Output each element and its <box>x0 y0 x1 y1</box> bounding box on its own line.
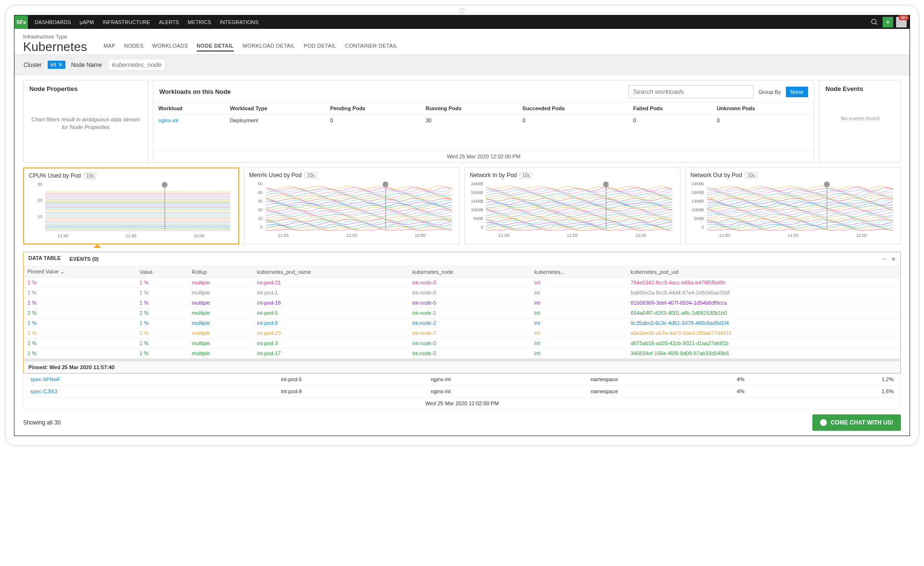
page-title: Kubernetes <box>23 39 87 54</box>
groupby-label: Group By <box>758 89 781 95</box>
workloads-search-input[interactable] <box>629 85 754 98</box>
svg-line-1 <box>875 23 877 25</box>
data-row[interactable]: 1 %1 %multipleint-pod-8int-node-2int9c35… <box>24 318 900 328</box>
dt-header-3[interactable]: kubernetes_pod_name <box>253 266 409 278</box>
tab-workload-detail[interactable]: WORKLOAD DETAIL <box>243 43 295 51</box>
nav-alerts[interactable]: ALERTS <box>159 19 179 25</box>
top-nav: DASHBOARDS µAPM INFRASTRUCTURE ALERTS ME… <box>35 19 258 25</box>
chart-title: CPU% Used by Pod <box>29 172 81 179</box>
col-type[interactable]: Workload Type <box>225 103 325 115</box>
page-subtitle: Infrastructure Type <box>23 34 901 39</box>
add-button[interactable]: + <box>883 17 893 27</box>
workloads-table: Workload Workload Type Pending Pods Runn… <box>154 102 814 126</box>
workloads-panel: Workloads on this Node Group By None Wor… <box>153 80 814 163</box>
col-pending[interactable]: Pending Pods <box>325 103 421 115</box>
node-properties-title: Node Properties <box>24 80 148 96</box>
device-camera <box>460 8 464 13</box>
notification-badge: 10+ <box>899 15 909 20</box>
workloads-timestamp: Wed 25 Mar 2020 12:02:00 PM <box>154 150 814 162</box>
node-events-empty: No events found <box>820 96 900 141</box>
spec-row[interactable]: spec-CJlX3int-pod-8nginx-intnamespace4%1… <box>24 386 901 398</box>
node-events-title: Node Events <box>820 80 900 96</box>
tab-pod-detail[interactable]: POD DETAIL <box>304 43 336 51</box>
cluster-chip-remove-icon[interactable]: ✕ <box>58 62 63 67</box>
workload-row[interactable]: nginx-int Deployment 0 30 0 0 0 <box>154 115 814 127</box>
data-section: DATA TABLE EVENTS (0) ··· ✕ Pinned Value… <box>23 252 901 373</box>
data-row[interactable]: 1 %1 %multipleint-pod-3int-node-0intd675… <box>24 338 900 348</box>
nav-metrics[interactable]: METRICS <box>188 19 211 25</box>
pinned-timestamp: Pinned: Wed 25 Mar 2020 11:57:40 <box>24 361 900 373</box>
data-row[interactable]: 1 %1 %multipleint-pod-23int-node-7inta6e… <box>24 328 900 338</box>
col-unknown[interactable]: Unknown Pods <box>712 103 814 115</box>
topbar: SFx DASHBOARDS µAPM INFRASTRUCTURE ALERT… <box>14 15 910 29</box>
chart-title: Network In by Pod <box>470 172 517 179</box>
data-row[interactable]: 1 %1 %multipleint-pod-17int-node-5int340… <box>24 348 900 359</box>
nav-infrastructure[interactable]: INFRASTRUCTURE <box>103 19 150 25</box>
more-icon[interactable]: ··· <box>882 256 886 262</box>
chart-title: Network Out by Pod <box>691 172 742 179</box>
node-events-panel: Node Events No events found <box>819 80 901 163</box>
cluster-chip[interactable]: int✕ <box>48 61 65 69</box>
tab-workloads[interactable]: WORKLOADS <box>152 43 188 51</box>
tab-node-detail[interactable]: NODE DETAIL <box>197 43 234 51</box>
data-row[interactable]: 1 %1 %multipleint-pod-18int-node-5int81b… <box>24 298 900 308</box>
dt-header-6[interactable]: kubernetes_pod_uid <box>627 266 900 278</box>
dt-header-5[interactable]: kubernetes... <box>530 266 627 278</box>
chat-bubble-icon <box>820 419 827 426</box>
chart-resolution-badge: 10s <box>305 172 317 179</box>
chart-resolution-badge: 10s <box>745 172 757 179</box>
svg-point-0 <box>872 19 876 24</box>
chart-3[interactable]: Network Out by Pod 10s24MiB19MiB14MiB10M… <box>685 167 901 244</box>
user-avatar[interactable]: 10+ <box>896 17 907 27</box>
bottom-timestamp: Wed 25 Mar 2020 12:02:00 PM <box>24 398 901 410</box>
workloads-title: Workloads on this Node <box>159 88 624 95</box>
node-name-label: Node Name <box>71 62 102 68</box>
chart-1[interactable]: Mem% Used by Pod 10s5040302010011:5011:5… <box>244 167 460 244</box>
col-workload[interactable]: Workload <box>154 103 225 115</box>
dt-header-0[interactable]: Pinned Value ⌄ <box>24 266 136 278</box>
close-icon[interactable]: ✕ <box>891 256 896 262</box>
groupby-button[interactable]: None <box>786 87 808 97</box>
node-name-input[interactable] <box>108 59 166 71</box>
dt-header-1[interactable]: Value <box>136 266 188 278</box>
chat-button[interactable]: COME CHAT WITH US! <box>812 414 901 431</box>
nav-integrations[interactable]: INTEGRATIONS <box>220 19 258 25</box>
data-table: Pinned Value ⌄ValueRollupkubernetes_pod_… <box>24 266 900 359</box>
col-failed[interactable]: Failed Pods <box>628 103 712 115</box>
dt-header-4[interactable]: kubernetes_node <box>409 266 531 278</box>
col-succeeded[interactable]: Succeeded Pods <box>518 103 629 115</box>
nav-uapm[interactable]: µAPM <box>80 19 94 25</box>
tab-events[interactable]: EVENTS (0) <box>69 256 99 262</box>
node-properties-message: Chart filters result in ambiguous data s… <box>24 96 148 150</box>
subtabs: MAP NODES WORKLOADS NODE DETAIL WORKLOAD… <box>103 43 398 51</box>
chart-resolution-badge: 10s <box>84 173 96 179</box>
tab-nodes[interactable]: NODES <box>124 43 144 51</box>
tab-container-detail[interactable]: CONTAINER DETAIL <box>345 43 398 51</box>
cluster-label: Cluster <box>24 62 42 68</box>
nav-dashboards[interactable]: DASHBOARDS <box>35 19 71 25</box>
chart-resolution-badge: 10s <box>520 172 532 179</box>
showing-count: Showing all 30 <box>23 419 61 426</box>
bottom-table: spec-bFNwFint-pod-5nginx-intnamespace4%1… <box>23 373 901 410</box>
spec-link[interactable]: spec-CJlX3 <box>30 388 57 394</box>
chart-2[interactable]: Network In by Pod 10s24MiB19MiB14MiB10Mi… <box>464 167 680 244</box>
data-row[interactable]: 1 %1 %multipleint-pod-1int-node-0intba66… <box>24 288 900 298</box>
workload-link[interactable]: nginx-int <box>158 117 179 123</box>
chart-0[interactable]: CPU% Used by Pod 10s30201011:5011:5512:0… <box>23 167 239 244</box>
node-properties-panel: Node Properties Chart filters result in … <box>23 80 148 163</box>
data-row[interactable]: 1 %1 %multipleint-pod-21int-node-6int764… <box>24 278 900 288</box>
chart-title: Mem% Used by Pod <box>249 172 302 179</box>
spec-link[interactable]: spec-bFNwF <box>30 376 60 382</box>
tab-map[interactable]: MAP <box>103 43 116 51</box>
filter-bar: Cluster int✕ Node Name <box>14 54 910 75</box>
dt-header-2[interactable]: Rollup <box>188 266 253 278</box>
data-row[interactable]: 1 %1 %multipleint-pod-5int-node-1int654a… <box>24 308 900 318</box>
spec-row[interactable]: spec-bFNwFint-pod-5nginx-intnamespace4%1… <box>24 373 901 386</box>
app-logo[interactable]: SFx <box>14 15 28 29</box>
search-icon[interactable] <box>869 17 880 27</box>
col-running[interactable]: Running Pods <box>421 103 517 115</box>
tab-data-table[interactable]: DATA TABLE <box>28 255 61 263</box>
